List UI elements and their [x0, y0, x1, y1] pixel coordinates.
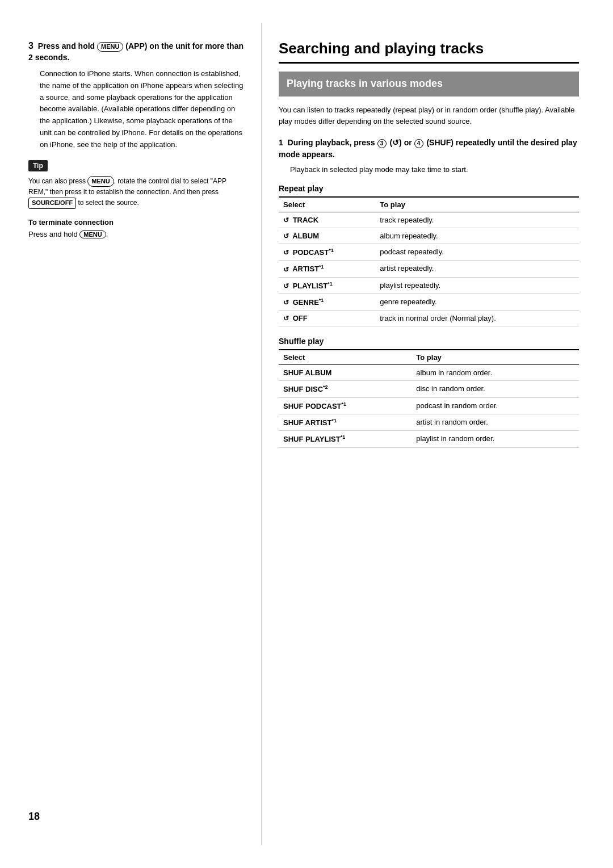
tip-label: Tip — [28, 160, 48, 171]
table-row: ↺ PODCAST*1 podcast repeatedly. — [279, 244, 579, 260]
terminate-body: Press and hold MENU. — [28, 230, 244, 238]
shuf-toplay-4: playlist in random order. — [412, 431, 579, 447]
table-row: ↺ PLAYLIST*1 playlist repeatedly. — [279, 277, 579, 293]
table-row: SHUF ARTIST*1 artist in random order. — [279, 414, 579, 430]
shuf-toplay-3: artist in random order. — [412, 414, 579, 430]
repeat-toplay-0: track repeatedly. — [375, 212, 579, 228]
repeat-select-1: ↺ ALBUM — [279, 228, 375, 244]
step-3-title: Press and hold MENU (APP) on the unit fo… — [28, 41, 243, 62]
shuf-col-select: Select — [279, 350, 412, 365]
repeat-col-toplay: To play — [375, 197, 579, 212]
table-row: ↺ TRACK track repeatedly. — [279, 212, 579, 228]
button-3-icon: 3 — [377, 139, 387, 148]
repeat-col-select: Select — [279, 197, 375, 212]
sourceoff-pill: SOURCE/OFF — [28, 198, 76, 209]
shuf-toplay-2: podcast in random order. — [412, 397, 579, 414]
menu-pill-3: MENU — [79, 230, 106, 238]
repeat-play-label: Repeat play — [279, 184, 579, 193]
step-1-header: 1 During playback, press 3 (↺) or 4 (SHU… — [279, 137, 579, 161]
subsection-header: Playing tracks in various modes — [279, 72, 579, 96]
shuffle-play-table: Select To play SHUF ALBUM album in rando… — [279, 349, 579, 447]
shuf-select-0: SHUF ALBUM — [279, 365, 412, 381]
table-row: ↺ GENRE*1 genre repeatedly. — [279, 293, 579, 310]
repeat-toplay-5: genre repeatedly. — [375, 293, 579, 310]
page: 3 Press and hold MENU (APP) on the unit … — [0, 0, 613, 868]
repeat-toplay-2: podcast repeatedly. — [375, 244, 579, 260]
repeat-icon: ↺ — [392, 138, 399, 147]
right-column: Searching and playing tracks Playing tra… — [261, 23, 602, 845]
section-title: Searching and playing tracks — [279, 40, 579, 64]
repeat-toplay-4: playlist repeatedly. — [375, 277, 579, 293]
shuf-toplay-0: album in random order. — [412, 365, 579, 381]
table-row: SHUF PLAYLIST*1 playlist in random order… — [279, 431, 579, 447]
repeat-play-table: Select To play ↺ TRACK track repeatedly.… — [279, 196, 579, 326]
step-1: 1 During playback, press 3 (↺) or 4 (SHU… — [279, 137, 579, 176]
table-row: SHUF ALBUM album in random order. — [279, 365, 579, 381]
terminate-heading: To terminate connection — [28, 218, 244, 227]
shuf-select-2: SHUF PODCAST*1 — [279, 397, 412, 414]
step-3-number: 3 — [28, 41, 33, 51]
repeat-toplay-3: artist repeatedly. — [375, 261, 579, 277]
repeat-select-3: ↺ ARTIST*1 — [279, 261, 375, 277]
table-row: ↺ OFF track in normal order (Normal play… — [279, 311, 579, 326]
button-4-icon: 4 — [414, 139, 423, 148]
shuf-toplay-1: disc in random order. — [412, 381, 579, 397]
tip-section: Tip You can also press MENU, rotate the … — [28, 160, 244, 209]
repeat-toplay-1: album repeatedly. — [375, 228, 579, 244]
tip-content: You can also press MENU, rotate the cont… — [28, 176, 244, 209]
shuf-select-3: SHUF ARTIST*1 — [279, 414, 412, 430]
intro-text: You can listen to tracks repeatedly (rep… — [279, 104, 579, 128]
shuf-col-toplay: To play — [412, 350, 579, 365]
shuffle-play-label: Shuffle play — [279, 337, 579, 346]
menu-pill: MENU — [97, 42, 123, 52]
page-number: 18 — [28, 811, 40, 823]
shuf-select-4: SHUF PLAYLIST*1 — [279, 431, 412, 447]
table-row: SHUF PODCAST*1 podcast in random order. — [279, 397, 579, 414]
shuf-select-1: SHUF DISC*2 — [279, 381, 412, 397]
left-column: 3 Press and hold MENU (APP) on the unit … — [0, 23, 261, 845]
repeat-select-4: ↺ PLAYLIST*1 — [279, 277, 375, 293]
table-row: SHUF DISC*2 disc in random order. — [279, 381, 579, 397]
step-3: 3 Press and hold MENU (APP) on the unit … — [28, 40, 244, 151]
repeat-select-5: ↺ GENRE*1 — [279, 293, 375, 310]
step-3-body: Connection to iPhone starts. When connec… — [40, 68, 244, 151]
table-row: ↺ ALBUM album repeatedly. — [279, 228, 579, 244]
repeat-toplay-6: track in normal order (Normal play). — [375, 311, 579, 326]
step-3-header: 3 Press and hold MENU (APP) on the unit … — [28, 40, 244, 64]
table-row: ↺ ARTIST*1 artist repeatedly. — [279, 261, 579, 277]
repeat-select-0: ↺ TRACK — [279, 212, 375, 228]
repeat-select-6: ↺ OFF — [279, 311, 375, 326]
terminate-section: To terminate connection Press and hold M… — [28, 218, 244, 238]
repeat-select-2: ↺ PODCAST*1 — [279, 244, 375, 260]
menu-pill-2: MENU — [87, 176, 114, 187]
step-1-body: Playback in selected play mode may take … — [290, 164, 579, 176]
